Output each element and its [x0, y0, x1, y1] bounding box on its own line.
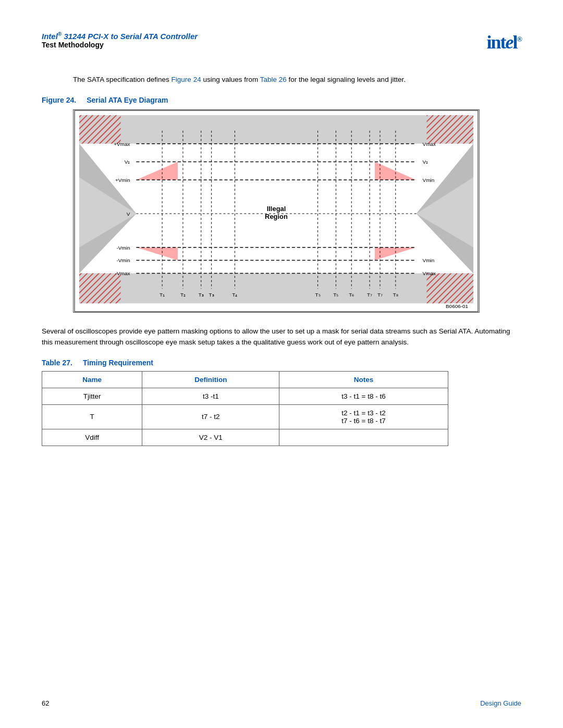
intel-brand: Intel	[42, 32, 58, 41]
table-header-row: Name Definition Notes	[42, 371, 448, 388]
eye-diagram-svg: Illegal Region +Vmax V₂ +Vmin V -Vmin -V…	[74, 110, 479, 312]
table-row: T t7 - t2 t2 - t1 = t3 - t2 t7 - t6 = t8…	[42, 404, 448, 429]
svg-text:Region: Region	[265, 213, 288, 220]
figure-title-text: Serial ATA Eye Diagram	[87, 96, 168, 104]
col-header-name: Name	[42, 371, 142, 388]
cell-name: Vdiff	[42, 429, 142, 446]
svg-text:Vmin: Vmin	[423, 177, 435, 183]
svg-text:V₂: V₂	[125, 159, 130, 165]
svg-rect-6	[79, 273, 121, 303]
para-text: Several of oscilloscopes provide eye pat…	[42, 326, 521, 348]
cell-notes: t3 - t1 = t8 - t6	[279, 388, 448, 404]
svg-text:Vmax: Vmax	[423, 270, 436, 276]
cell-definition: t7 - t2	[142, 404, 279, 429]
svg-text:T₅: T₅	[333, 292, 338, 298]
svg-rect-5	[427, 273, 474, 303]
svg-text:T₇: T₇	[377, 292, 383, 298]
col-header-definition: Definition	[142, 371, 279, 388]
svg-rect-2	[427, 115, 474, 144]
svg-text:Vmin: Vmin	[423, 257, 435, 263]
table-title-text: Timing Requirement	[83, 359, 153, 367]
svg-text:+Vmax: +Vmax	[114, 141, 130, 146]
sub-title: Test Methodology	[42, 41, 198, 49]
svg-text:T₆: T₆	[349, 292, 354, 298]
svg-rect-1	[79, 115, 473, 144]
svg-text:+Vmin: +Vmin	[115, 177, 130, 183]
svg-text:B0606-01: B0606-01	[446, 303, 469, 309]
intel-logo: intel®	[487, 31, 521, 53]
table-link[interactable]: Table 26	[260, 76, 287, 83]
svg-text:T₈: T₈	[393, 292, 398, 298]
timing-table: Name Definition Notes Tjitter t3 -t1 t3 …	[42, 371, 448, 446]
table-heading: Table 27. Timing Requirement	[42, 359, 521, 367]
product-name: 31244 PCI-X to Serial ATA Controller	[64, 32, 198, 41]
svg-text:V₂: V₂	[423, 159, 429, 165]
cell-name: T	[42, 404, 142, 429]
eye-diagram: Illegal Region +Vmax V₂ +Vmin V -Vmin -V…	[73, 109, 480, 313]
intro-paragraph: The SATA specification defines Figure 24…	[73, 74, 521, 85]
svg-text:-Vmin: -Vmin	[116, 244, 130, 250]
footer-right-text: Design Guide	[480, 699, 521, 707]
svg-text:T₂: T₂	[180, 292, 186, 298]
svg-text:T₃: T₃	[199, 292, 204, 298]
cell-notes: t2 - t1 = t3 - t2 t7 - t6 = t8 - t7	[279, 404, 448, 429]
svg-text:Vmax: Vmax	[423, 141, 436, 146]
svg-text:T₃: T₃	[209, 292, 214, 298]
page-footer: 62 Design Guide	[42, 699, 521, 707]
page-header: Intel® 31244 PCI-X to Serial ATA Control…	[42, 31, 521, 53]
cell-definition: t3 -t1	[142, 388, 279, 404]
registered-mark: ®	[58, 31, 62, 37]
cell-name: Tjitter	[42, 388, 142, 404]
figure-label: Figure 24.	[42, 96, 76, 104]
figure-heading: Figure 24. Serial ATA Eye Diagram	[42, 96, 521, 104]
svg-text:Illegal: Illegal	[267, 205, 286, 213]
cell-notes	[279, 429, 448, 446]
header-title-block: Intel® 31244 PCI-X to Serial ATA Control…	[42, 31, 198, 49]
col-header-notes: Notes	[279, 371, 448, 388]
svg-text:T₅: T₅	[315, 292, 321, 298]
table-row: Vdiff V2 - V1	[42, 429, 448, 446]
svg-rect-3	[79, 115, 121, 144]
table-label: Table 27.	[42, 359, 72, 367]
page-number: 62	[42, 699, 49, 707]
main-title: Intel® 31244 PCI-X to Serial ATA Control…	[42, 31, 198, 41]
table-row: Tjitter t3 -t1 t3 - t1 = t8 - t6	[42, 388, 448, 404]
svg-text:T₁: T₁	[160, 292, 165, 298]
svg-text:-Vmin: -Vmin	[116, 257, 130, 263]
svg-text:T₇: T₇	[367, 292, 372, 298]
cell-definition: V2 - V1	[142, 429, 279, 446]
svg-text:V: V	[127, 211, 130, 217]
svg-rect-4	[79, 273, 473, 303]
svg-text:-Vmax: -Vmax	[115, 270, 130, 276]
svg-text:T₄: T₄	[232, 292, 237, 298]
figure-link[interactable]: Figure 24	[172, 76, 201, 83]
page: Intel® 31244 PCI-X to Serial ATA Control…	[0, 0, 563, 728]
